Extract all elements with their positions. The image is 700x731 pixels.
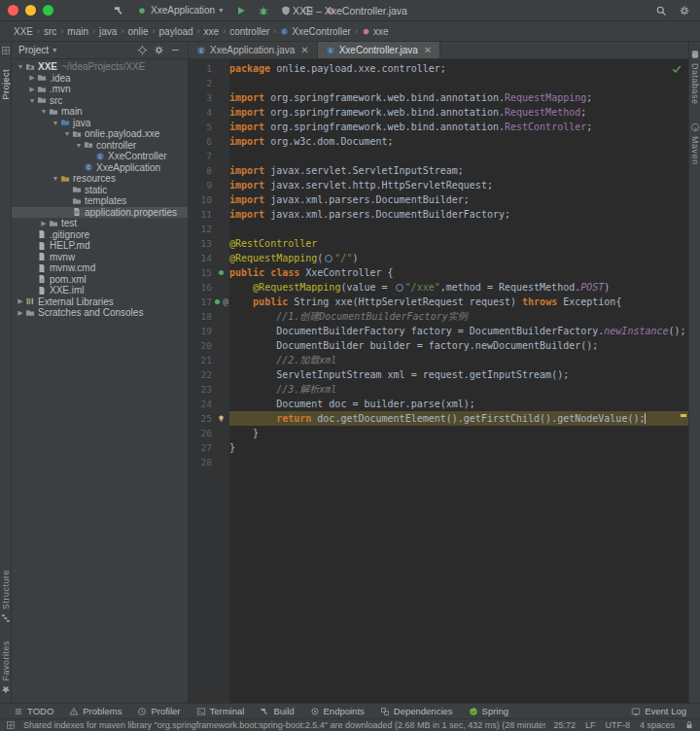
- line-number[interactable]: 9: [189, 178, 212, 192]
- tool-strip-database[interactable]: Database: [690, 46, 700, 109]
- tool-window-button-profiler[interactable]: Profiler: [137, 706, 180, 716]
- caret-position[interactable]: 25:72: [553, 720, 576, 730]
- gutter-icons[interactable]: [212, 163, 229, 178]
- editor-tab-xxeapplication-java[interactable]: CXxeApplication.java✕: [189, 42, 318, 58]
- code-line-8[interactable]: 8import javax.servlet.ServletInputStream…: [189, 163, 688, 178]
- chevron-collapsed-icon[interactable]: ▶: [16, 309, 25, 317]
- breadcrumb-item-src[interactable]: src: [44, 26, 56, 37]
- tool-window-button-build[interactable]: Build: [260, 706, 294, 716]
- code-text[interactable]: [229, 149, 688, 163]
- tool-window-button-event-log[interactable]: Event Log: [631, 706, 686, 716]
- code-editor[interactable]: 1package onlie.payload.xxe.controller;23…: [189, 59, 688, 703]
- code-text[interactable]: }: [229, 440, 688, 455]
- run-button[interactable]: [233, 3, 249, 18]
- breadcrumb-item-onlie[interactable]: onlie: [127, 26, 148, 37]
- chevron-expanded-icon[interactable]: ▼: [27, 97, 37, 104]
- line-number[interactable]: 2: [189, 76, 212, 90]
- gutter-icons[interactable]: [212, 411, 229, 426]
- code-text[interactable]: [229, 76, 688, 90]
- gutter-icons[interactable]: [212, 353, 229, 367]
- gutter-icons[interactable]: [212, 236, 229, 251]
- tree-item-xxe[interactable]: ▼XXE~/ideaProjects/XXE: [12, 61, 188, 73]
- forward-icon[interactable]: [88, 3, 104, 18]
- panel-settings-icon[interactable]: [154, 45, 164, 55]
- intention-bulb-icon[interactable]: [217, 414, 226, 423]
- gutter-icons[interactable]: [212, 367, 229, 382]
- code-text[interactable]: package onlie.payload.xxe.controller;: [229, 61, 688, 76]
- code-text[interactable]: @RequestMapping(value = "/xxe",method = …: [229, 280, 688, 295]
- tool-window-button-problems[interactable]: Problems: [69, 706, 122, 716]
- tool-strip-maven[interactable]: m Maven: [690, 119, 700, 169]
- tool-window-button-todo[interactable]: TODO: [14, 706, 53, 716]
- chevron-collapsed-icon[interactable]: ▶: [39, 220, 49, 227]
- code-line-24[interactable]: 24 Document doc = builder.parse(xml);: [189, 397, 688, 411]
- debug-button[interactable]: [256, 3, 271, 18]
- gutter-icons[interactable]: [212, 207, 229, 222]
- chevron-collapsed-icon[interactable]: ▶: [27, 86, 37, 93]
- select-opened-file-icon[interactable]: [137, 45, 148, 55]
- tool-window-switcher-icon[interactable]: [6, 720, 16, 730]
- tree-item-pom-xml[interactable]: mpom.xml: [12, 274, 188, 286]
- tree-item-templates[interactable]: templates: [12, 195, 188, 207]
- breadcrumb-item-xxe[interactable]: xxe: [204, 26, 220, 37]
- code-text[interactable]: import org.springframework.web.bind.anno…: [229, 120, 688, 134]
- breadcrumb-item-xxe[interactable]: XXE: [14, 26, 33, 37]
- gutter-icons[interactable]: [212, 309, 229, 324]
- tool-strip-favorites[interactable]: Favorites: [1, 637, 11, 699]
- line-number[interactable]: 17: [189, 295, 212, 309]
- code-text[interactable]: import javax.servlet.ServletInputStream;: [229, 163, 688, 178]
- tree-item-xxeapplication[interactable]: CXxeApplication: [12, 162, 188, 174]
- tree-item-mvnw[interactable]: mvnw: [12, 252, 188, 263]
- line-number[interactable]: 15: [189, 265, 212, 280]
- settings-icon[interactable]: [677, 3, 692, 18]
- chevron-expanded-icon[interactable]: ▼: [51, 120, 60, 126]
- gutter-icons[interactable]: [212, 61, 229, 76]
- gutter-icons[interactable]: @: [212, 295, 229, 309]
- gutter-icons[interactable]: [212, 280, 229, 295]
- gutter-icons[interactable]: [212, 324, 229, 338]
- line-number[interactable]: 24: [189, 397, 212, 411]
- code-line-3[interactable]: 3import org.springframework.web.bind.ann…: [189, 90, 688, 105]
- breadcrumb-item-xxe-method[interactable]: xxe: [362, 26, 389, 37]
- code-text[interactable]: }: [229, 426, 688, 440]
- chevron-expanded-icon[interactable]: ▼: [51, 175, 60, 182]
- code-line-11[interactable]: 11import javax.xml.parsers.DocumentBuild…: [189, 207, 688, 222]
- file-encoding[interactable]: UTF-8: [605, 720, 630, 730]
- line-number[interactable]: 11: [189, 207, 212, 222]
- code-text[interactable]: import org.springframework.web.bind.anno…: [229, 90, 688, 105]
- gutter-icons[interactable]: [212, 76, 229, 90]
- code-text[interactable]: return doc.getDocumentElement().getFirst…: [229, 411, 688, 426]
- line-number[interactable]: 26: [189, 426, 212, 440]
- profiler-button[interactable]: [300, 3, 316, 18]
- tool-strip-structure[interactable]: Structure: [1, 566, 11, 627]
- code-line-17[interactable]: 17@ public String xxe(HttpServletRequest…: [189, 295, 688, 309]
- line-number[interactable]: 19: [189, 324, 212, 338]
- gutter-icons[interactable]: [212, 105, 229, 120]
- close-tab-icon[interactable]: ✕: [300, 45, 308, 55]
- gutter-icons[interactable]: [212, 192, 229, 207]
- line-number[interactable]: 14: [189, 251, 212, 265]
- tree-item-xxecontroller[interactable]: CXxeController: [12, 151, 188, 162]
- code-text[interactable]: [229, 222, 688, 236]
- code-text[interactable]: public String xxe(HttpServletRequest req…: [229, 295, 688, 309]
- code-text[interactable]: DocumentBuilder builder = factory.newDoc…: [229, 338, 688, 353]
- tree-item-idea[interactable]: ▶.idea: [12, 73, 188, 85]
- tool-window-button-endpoints[interactable]: Endpoints: [310, 706, 365, 716]
- chevron-expanded-icon[interactable]: ▼: [16, 63, 25, 70]
- gutter-icons[interactable]: [212, 120, 229, 134]
- close-tab-icon[interactable]: ✕: [424, 45, 432, 55]
- code-text[interactable]: @RestController: [229, 236, 688, 251]
- code-text[interactable]: import org.springframework.web.bind.anno…: [229, 105, 688, 120]
- code-text[interactable]: Document doc = builder.parse(xml);: [229, 397, 688, 411]
- gutter-icons[interactable]: [212, 265, 229, 280]
- code-line-27[interactable]: 27}: [189, 440, 688, 455]
- tree-item-src[interactable]: ▼src: [12, 95, 188, 107]
- coverage-button[interactable]: [278, 3, 294, 18]
- tool-strip-project[interactable]: Project: [1, 65, 11, 104]
- line-separator[interactable]: LF: [585, 720, 596, 730]
- code-text[interactable]: import javax.xml.parsers.DocumentBuilder…: [229, 192, 688, 207]
- breadcrumb-item-java[interactable]: java: [99, 26, 117, 37]
- code-line-22[interactable]: 22 ServletInputStream xml = request.getI…: [189, 367, 688, 382]
- code-line-20[interactable]: 20 DocumentBuilder builder = factory.new…: [189, 338, 688, 353]
- spring-bean-marker-icon[interactable]: [217, 268, 226, 277]
